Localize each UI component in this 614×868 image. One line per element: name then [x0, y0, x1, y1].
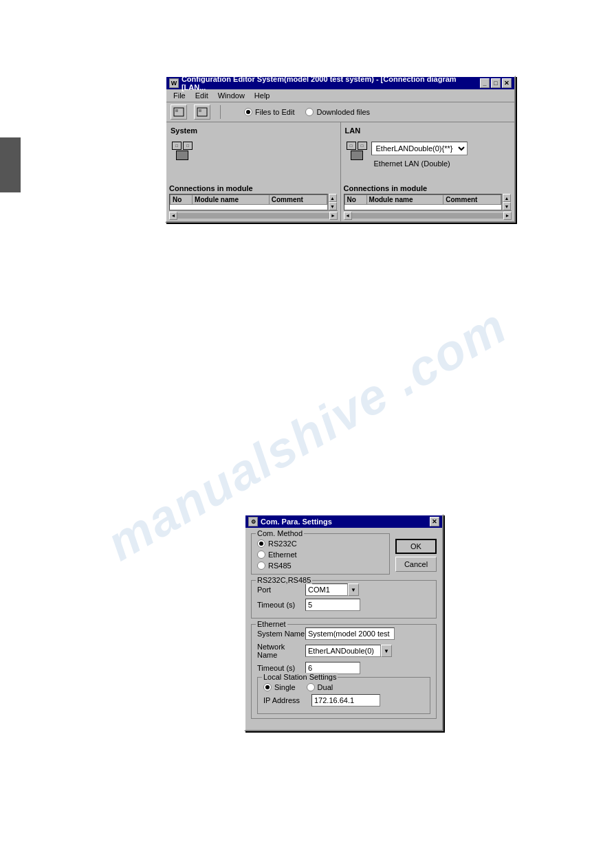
net-box-2: □	[183, 142, 193, 150]
right-scroll-down[interactable]: ▼	[503, 202, 511, 210]
ok-button[interactable]: OK	[395, 539, 437, 554]
net-bottom-box	[176, 151, 188, 160]
network-name-input[interactable]	[305, 645, 381, 657]
rs232c-radio[interactable]	[257, 539, 265, 548]
left-scroll-left[interactable]: ◄	[169, 212, 177, 220]
rs485-radio-row: RS485	[257, 561, 384, 570]
menu-file[interactable]: File	[169, 91, 190, 100]
com-close-button[interactable]: ✕	[430, 517, 439, 526]
right-scroll-right[interactable]: ►	[503, 212, 512, 220]
left-col-module: Module name	[193, 195, 270, 205]
lan-net-bottom-box	[351, 151, 363, 160]
downloaded-files-label: Downloded files	[316, 108, 370, 116]
lan-network-icon: □ □	[347, 142, 367, 160]
right-scroll-up[interactable]: ▲	[503, 194, 511, 202]
left-scrollbar[interactable]: ▲ ▼	[328, 194, 338, 210]
right-scroll-left[interactable]: ◄	[344, 212, 352, 220]
rs232c-radio-row: RS232C	[257, 539, 384, 548]
downloaded-files-radio[interactable]	[305, 108, 314, 116]
com-app-icon: ⚙	[248, 517, 258, 526]
single-radio[interactable]	[263, 683, 272, 691]
app-icon: W	[169, 78, 179, 88]
left-bottom-scrollbar: ◄ ►	[169, 210, 338, 220]
toolbar-btn-1[interactable]	[171, 104, 187, 120]
ok-cancel-area: OK Cancel	[395, 533, 437, 580]
ethernet-label: Ethernet	[268, 550, 297, 559]
minimize-button[interactable]: _	[480, 78, 490, 88]
maximize-button[interactable]: □	[491, 78, 501, 88]
local-station-group: Local Station Settings Single Dual IP Ad…	[257, 677, 430, 714]
system-name-field-row: System Name	[257, 627, 430, 640]
toolbar-separator	[220, 105, 221, 119]
lan-dropdown-area: EtherLANDouble(0){**}	[371, 142, 509, 155]
port-field-row: Port ▼	[257, 583, 430, 596]
rs485-label: RS485	[268, 561, 292, 570]
dual-option: Dual	[307, 683, 333, 691]
network-name-dropdown-arrow[interactable]: ▼	[381, 645, 392, 657]
close-button[interactable]: ✕	[502, 78, 512, 88]
svg-rect-1	[175, 109, 178, 112]
port-input[interactable]	[305, 583, 348, 596]
config-panels: System □ □ LAN □ □	[166, 122, 514, 183]
menu-edit[interactable]: Edit	[191, 91, 212, 100]
two-tables-area: Connections in module No Module name Com…	[166, 183, 514, 221]
config-titlebar: W Configuration Editor System(model 2000…	[166, 77, 514, 89]
ip-address-input[interactable]	[311, 694, 380, 706]
network-name-combo: ▼	[305, 645, 392, 657]
port-combo: ▼	[305, 583, 359, 596]
left-scroll-right[interactable]: ►	[329, 212, 338, 220]
left-table-wrapper: No Module name Comment	[169, 194, 328, 210]
downloaded-files-option[interactable]: Downloded files	[305, 108, 370, 116]
port-dropdown-arrow[interactable]: ▼	[348, 583, 359, 596]
port-label: Port	[257, 586, 305, 594]
lan-subtext: Ethernet LAN (Double)	[371, 158, 509, 169]
menu-window[interactable]: Window	[214, 91, 249, 100]
system-name-input[interactable]	[305, 627, 395, 640]
toolbar-btn-2[interactable]	[194, 104, 210, 120]
view-mode-radio: Files to Edit Downloded files	[244, 108, 370, 116]
files-to-edit-label: Files to Edit	[255, 108, 294, 116]
lan-dropdown[interactable]: EtherLANDouble(0){**}	[371, 142, 468, 155]
right-connections-label: Connections in module	[344, 184, 512, 192]
lan-net-box-1: □	[347, 142, 356, 150]
com-window-title: Com. Para. Settings	[261, 518, 332, 526]
com-body: Com. Method RS232C Ethernet RS485 OK Can…	[245, 528, 442, 730]
ethernet-group-label: Ethernet	[256, 620, 287, 628]
system-panel-header: System	[169, 125, 338, 136]
rs232c-label: RS232C	[268, 539, 297, 548]
files-to-edit-radio[interactable]	[244, 108, 252, 116]
left-conn-table: No Module name Comment	[170, 194, 327, 205]
left-scroll-down[interactable]: ▼	[329, 202, 337, 210]
titlebar-left: W Configuration Editor System(model 2000…	[169, 75, 480, 91]
local-station-label: Local Station Settings	[262, 673, 338, 681]
lan-panel: LAN □ □ EtherLANDouble(0){**} Etherne	[341, 122, 515, 183]
dual-radio[interactable]	[307, 683, 315, 691]
eth-timeout-label: Timeout (s)	[257, 664, 305, 672]
system-icon-area: □ □	[169, 139, 338, 180]
rs485-radio[interactable]	[257, 561, 265, 570]
right-table-panel: Connections in module No Module name Com…	[341, 183, 515, 221]
config-editor-window: W Configuration Editor System(model 2000…	[165, 76, 516, 223]
com-para-window: ⚙ Com. Para. Settings ✕ Com. Method RS23…	[244, 514, 443, 731]
rs232-rs485-label: RS232C,RS485	[256, 576, 312, 584]
left-col-no: No	[171, 195, 193, 205]
net-box-1: □	[172, 142, 182, 150]
left-scroll-up[interactable]: ▲	[329, 194, 337, 202]
right-bottom-scrollbar: ◄ ►	[344, 210, 512, 220]
sidebar-block	[0, 137, 21, 192]
dual-label: Dual	[318, 683, 333, 691]
ip-address-label: IP Address	[263, 696, 311, 704]
system-network-icon: □ □	[172, 142, 193, 160]
right-scrollbar[interactable]: ▲ ▼	[502, 194, 512, 210]
cancel-button[interactable]: Cancel	[395, 557, 437, 572]
timeout-input[interactable]	[305, 599, 360, 611]
com-method-label: Com. Method	[256, 529, 304, 537]
lan-panel-header: LAN	[344, 125, 512, 136]
menu-help[interactable]: Help	[250, 91, 274, 100]
files-to-edit-option[interactable]: Files to Edit	[244, 108, 294, 116]
right-col-no: No	[344, 195, 366, 205]
single-dual-radio-group: Single Dual	[263, 683, 424, 691]
svg-rect-3	[199, 109, 201, 112]
ethernet-radio[interactable]	[257, 550, 265, 559]
system-name-label: System Name	[257, 630, 305, 638]
